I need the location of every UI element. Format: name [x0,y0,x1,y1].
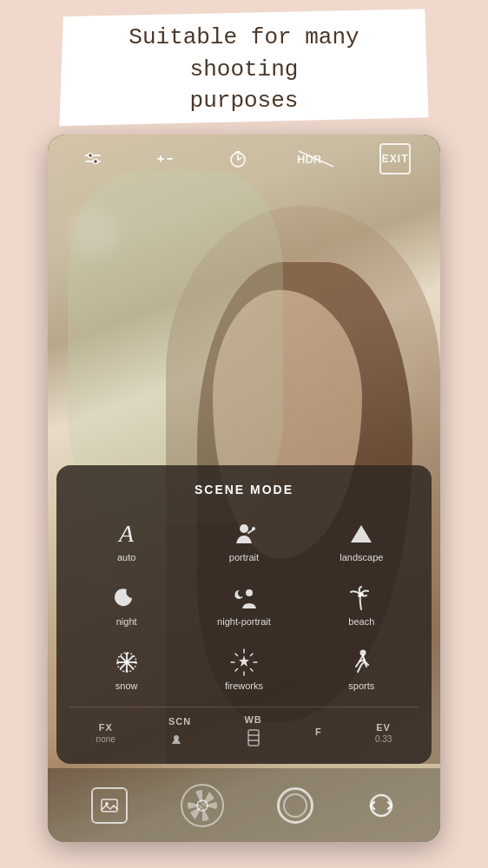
svg-point-15 [252,527,255,530]
portrait-icon [231,519,257,549]
shutter-button[interactable] [180,783,225,828]
night-label: night [116,616,137,627]
scn-label: SCN [168,716,191,727]
ev-value: 0.33 [375,734,392,744]
portrait-label: portrait [229,552,259,562]
camera-toolbar: HDR EXIT [48,135,440,182]
timer-icon[interactable] [222,143,254,174]
scn-control[interactable]: SCN [168,716,191,749]
auto-label: auto [117,552,135,562]
record-button[interactable] [277,787,313,824]
scene-item-fireworks[interactable]: fireworks [187,641,300,698]
fireworks-icon [230,648,258,677]
exposure-icon[interactable] [149,143,181,174]
svg-point-3 [93,159,97,163]
svg-point-28 [134,661,136,664]
wb-label: WB [244,714,261,725]
night-portrait-icon [231,583,257,613]
scene-item-beach[interactable]: beach [305,576,419,634]
fireworks-label: fireworks [225,681,263,691]
fx-label: FX [99,722,113,733]
svg-line-35 [235,669,238,672]
f-control[interactable]: F [315,727,322,739]
snow-icon [114,648,140,677]
svg-point-13 [240,524,248,533]
landscape-icon [347,519,375,549]
snow-label: snow [115,681,138,691]
night-portrait-label: night-portrait [217,616,271,627]
sports-icon [349,648,373,677]
svg-line-34 [250,654,253,656]
settings-icon[interactable] [77,143,109,174]
auto-icon: A [119,519,134,549]
header-area: Suitable for many shootingpurposes [0,0,488,139]
scene-item-sports[interactable]: sports [305,641,419,698]
beach-label: beach [348,616,374,627]
scene-mode-title: SCENE MODE [69,483,419,496]
svg-line-36 [250,669,253,672]
landscape-label: landscape [340,552,383,562]
svg-rect-5 [160,155,162,162]
camera-bottom-bar [48,768,440,842]
fx-value: none [96,734,115,744]
scene-mode-grid: A auto portrait [69,512,419,698]
scene-item-night[interactable]: night [69,576,183,634]
page-title: Suitable for many shootingpurposes [82,22,406,116]
wb-icon [246,728,261,751]
hdr-off-icon[interactable]: HDR [295,143,339,174]
scene-item-landscape[interactable]: landscape [305,512,419,569]
svg-rect-6 [167,158,173,160]
scene-bottom-bar: FX none SCN WB [69,707,419,751]
ev-label: EV [376,722,391,733]
scene-item-portrait[interactable]: portrait [187,512,300,569]
f-label: F [315,727,322,737]
scene-mode-panel: SCENE MODE A auto por [56,465,432,764]
svg-marker-16 [351,525,372,542]
svg-rect-40 [248,730,259,746]
svg-point-27 [116,661,119,664]
svg-point-25 [125,653,128,655]
beach-icon [347,583,375,613]
svg-point-19 [360,593,364,596]
scene-item-night-portrait[interactable]: night-portrait [187,576,300,634]
fx-control[interactable]: FX none [96,722,115,744]
svg-rect-43 [102,799,117,812]
svg-point-26 [125,670,128,673]
scene-item-snow[interactable]: snow [69,641,183,698]
svg-point-2 [88,153,92,157]
scn-icon [170,730,189,749]
wb-control[interactable]: WB [244,714,261,751]
gallery-button[interactable] [91,787,128,824]
phone-frame: HDR EXIT SCENE MODE A auto [48,135,440,842]
svg-point-17 [246,589,253,596]
exit-button[interactable]: EXIT [379,143,411,174]
svg-marker-37 [239,655,249,667]
svg-line-33 [235,654,238,656]
scene-item-auto[interactable]: A auto [69,512,183,569]
night-icon [115,583,139,613]
ev-control[interactable]: EV 0.33 [375,722,392,744]
sports-label: sports [348,681,374,691]
flip-camera-button[interactable] [366,790,397,821]
